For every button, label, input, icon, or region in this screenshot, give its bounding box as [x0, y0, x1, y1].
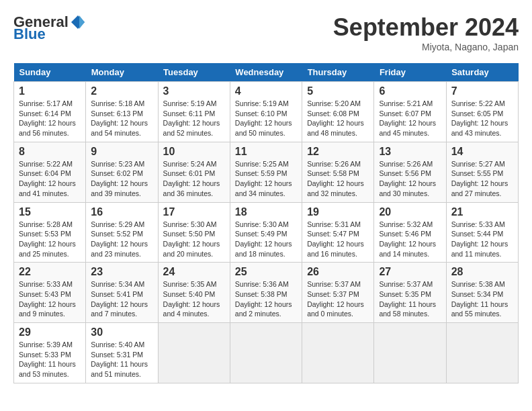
day-number: 9 — [91, 146, 152, 158]
day-info: Sunrise: 5:19 AM Sunset: 6:11 PM Dayligh… — [163, 99, 225, 138]
logo-blue-text: Blue — [13, 26, 46, 43]
calendar-cell: 5Sunrise: 5:20 AM Sunset: 6:08 PM Daylig… — [302, 82, 374, 142]
day-info: Sunrise: 5:21 AM Sunset: 6:07 PM Dayligh… — [379, 99, 441, 138]
day-number: 11 — [235, 146, 297, 158]
calendar-cell: 10Sunrise: 5:24 AM Sunset: 6:01 PM Dayli… — [158, 142, 230, 202]
column-header-wednesday: Wednesday — [230, 63, 302, 82]
day-number: 29 — [19, 326, 81, 338]
calendar-cell: 27Sunrise: 5:37 AM Sunset: 5:35 PM Dayli… — [374, 263, 446, 323]
day-info: Sunrise: 5:26 AM Sunset: 5:58 PM Dayligh… — [307, 159, 369, 199]
day-number: 13 — [379, 146, 441, 158]
day-info: Sunrise: 5:36 AM Sunset: 5:38 PM Dayligh… — [235, 279, 297, 319]
logo: General Blue — [13, 13, 86, 43]
calendar-cell: 9Sunrise: 5:23 AM Sunset: 6:02 PM Daylig… — [86, 142, 158, 202]
calendar-cell: 26Sunrise: 5:37 AM Sunset: 5:37 PM Dayli… — [302, 263, 374, 323]
calendar-cell: 14Sunrise: 5:27 AM Sunset: 5:55 PM Dayli… — [446, 142, 518, 202]
day-info: Sunrise: 5:30 AM Sunset: 5:49 PM Dayligh… — [235, 220, 297, 259]
calendar-cell — [302, 323, 374, 383]
column-header-monday: Monday — [86, 63, 158, 82]
day-number: 5 — [307, 85, 369, 97]
calendar-cell — [374, 323, 446, 383]
day-number: 3 — [163, 85, 225, 97]
day-number: 12 — [307, 146, 369, 158]
day-number: 19 — [307, 206, 369, 218]
day-info: Sunrise: 5:28 AM Sunset: 5:53 PM Dayligh… — [19, 220, 81, 259]
calendar-cell: 4Sunrise: 5:19 AM Sunset: 6:10 PM Daylig… — [230, 82, 302, 142]
column-header-tuesday: Tuesday — [158, 63, 230, 82]
day-info: Sunrise: 5:29 AM Sunset: 5:52 PM Dayligh… — [91, 220, 152, 259]
day-number: 24 — [163, 266, 225, 278]
day-info: Sunrise: 5:20 AM Sunset: 6:08 PM Dayligh… — [307, 99, 369, 138]
day-info: Sunrise: 5:30 AM Sunset: 5:50 PM Dayligh… — [163, 220, 225, 259]
day-info: Sunrise: 5:22 AM Sunset: 6:04 PM Dayligh… — [19, 159, 81, 199]
day-info: Sunrise: 5:31 AM Sunset: 5:47 PM Dayligh… — [307, 220, 369, 259]
day-info: Sunrise: 5:38 AM Sunset: 5:34 PM Dayligh… — [451, 279, 513, 319]
day-number: 25 — [235, 266, 297, 278]
calendar-cell: 12Sunrise: 5:26 AM Sunset: 5:58 PM Dayli… — [302, 142, 374, 202]
calendar-week-row: 8Sunrise: 5:22 AM Sunset: 6:04 PM Daylig… — [14, 142, 519, 202]
calendar-cell: 17Sunrise: 5:30 AM Sunset: 5:50 PM Dayli… — [158, 202, 230, 263]
calendar-cell — [158, 323, 230, 383]
calendar-cell: 3Sunrise: 5:19 AM Sunset: 6:11 PM Daylig… — [158, 82, 230, 142]
calendar-cell: 28Sunrise: 5:38 AM Sunset: 5:34 PM Dayli… — [446, 263, 518, 323]
day-info: Sunrise: 5:19 AM Sunset: 6:10 PM Dayligh… — [235, 99, 297, 138]
column-header-sunday: Sunday — [14, 63, 86, 82]
day-info: Sunrise: 5:33 AM Sunset: 5:44 PM Dayligh… — [451, 220, 513, 259]
day-info: Sunrise: 5:23 AM Sunset: 6:02 PM Dayligh… — [91, 159, 152, 199]
calendar-week-row: 29Sunrise: 5:39 AM Sunset: 5:33 PM Dayli… — [14, 323, 519, 383]
day-number: 17 — [163, 206, 225, 218]
day-info: Sunrise: 5:25 AM Sunset: 5:59 PM Dayligh… — [235, 159, 297, 199]
calendar-cell: 30Sunrise: 5:40 AM Sunset: 5:31 PM Dayli… — [86, 323, 158, 383]
calendar-cell: 13Sunrise: 5:26 AM Sunset: 5:56 PM Dayli… — [374, 142, 446, 202]
calendar-cell: 29Sunrise: 5:39 AM Sunset: 5:33 PM Dayli… — [14, 323, 86, 383]
day-info: Sunrise: 5:18 AM Sunset: 6:13 PM Dayligh… — [91, 99, 152, 138]
title-block: September 2024 Miyota, Nagano, Japan — [333, 13, 519, 52]
day-number: 22 — [19, 266, 81, 278]
calendar-cell: 18Sunrise: 5:30 AM Sunset: 5:49 PM Dayli… — [230, 202, 302, 263]
day-info: Sunrise: 5:34 AM Sunset: 5:41 PM Dayligh… — [91, 279, 152, 319]
calendar-cell: 8Sunrise: 5:22 AM Sunset: 6:04 PM Daylig… — [14, 142, 86, 202]
day-number: 16 — [91, 206, 152, 218]
calendar-cell — [446, 323, 518, 383]
day-number: 4 — [235, 85, 297, 97]
calendar-cell: 15Sunrise: 5:28 AM Sunset: 5:53 PM Dayli… — [14, 202, 86, 263]
calendar-cell: 24Sunrise: 5:35 AM Sunset: 5:40 PM Dayli… — [158, 263, 230, 323]
calendar-cell: 16Sunrise: 5:29 AM Sunset: 5:52 PM Dayli… — [86, 202, 158, 263]
calendar-cell: 7Sunrise: 5:22 AM Sunset: 6:05 PM Daylig… — [446, 82, 518, 142]
day-number: 8 — [19, 146, 81, 158]
day-number: 18 — [235, 206, 297, 218]
day-number: 7 — [451, 85, 513, 97]
day-info: Sunrise: 5:24 AM Sunset: 6:01 PM Dayligh… — [163, 159, 225, 199]
day-info: Sunrise: 5:37 AM Sunset: 5:35 PM Dayligh… — [379, 279, 441, 319]
calendar-cell: 25Sunrise: 5:36 AM Sunset: 5:38 PM Dayli… — [230, 263, 302, 323]
day-info: Sunrise: 5:37 AM Sunset: 5:37 PM Dayligh… — [307, 279, 369, 319]
day-number: 26 — [307, 266, 369, 278]
calendar-cell: 22Sunrise: 5:33 AM Sunset: 5:43 PM Dayli… — [14, 263, 86, 323]
calendar-header-row: SundayMondayTuesdayWednesdayThursdayFrid… — [14, 63, 519, 82]
month-title: September 2024 — [333, 13, 519, 42]
day-number: 10 — [163, 146, 225, 158]
day-info: Sunrise: 5:40 AM Sunset: 5:31 PM Dayligh… — [91, 340, 152, 379]
day-info: Sunrise: 5:17 AM Sunset: 6:14 PM Dayligh… — [19, 99, 81, 138]
logo-icon — [70, 14, 86, 30]
day-info: Sunrise: 5:26 AM Sunset: 5:56 PM Dayligh… — [379, 159, 441, 199]
day-number: 23 — [91, 266, 152, 278]
calendar-cell: 23Sunrise: 5:34 AM Sunset: 5:41 PM Dayli… — [86, 263, 158, 323]
calendar-cell: 2Sunrise: 5:18 AM Sunset: 6:13 PM Daylig… — [86, 82, 158, 142]
day-number: 6 — [379, 85, 441, 97]
page-header: General Blue September 2024 Miyota, Naga… — [13, 13, 519, 52]
calendar-table: SundayMondayTuesdayWednesdayThursdayFrid… — [13, 63, 519, 383]
column-header-friday: Friday — [374, 63, 446, 82]
day-info: Sunrise: 5:22 AM Sunset: 6:05 PM Dayligh… — [451, 99, 513, 138]
day-info: Sunrise: 5:27 AM Sunset: 5:55 PM Dayligh… — [451, 159, 513, 199]
day-number: 28 — [451, 266, 513, 278]
calendar-cell: 19Sunrise: 5:31 AM Sunset: 5:47 PM Dayli… — [302, 202, 374, 263]
calendar-cell: 11Sunrise: 5:25 AM Sunset: 5:59 PM Dayli… — [230, 142, 302, 202]
calendar-cell: 20Sunrise: 5:32 AM Sunset: 5:46 PM Dayli… — [374, 202, 446, 263]
column-header-thursday: Thursday — [302, 63, 374, 82]
day-info: Sunrise: 5:32 AM Sunset: 5:46 PM Dayligh… — [379, 220, 441, 259]
column-header-saturday: Saturday — [446, 63, 518, 82]
day-number: 1 — [19, 85, 81, 97]
calendar-cell: 1Sunrise: 5:17 AM Sunset: 6:14 PM Daylig… — [14, 82, 86, 142]
day-info: Sunrise: 5:39 AM Sunset: 5:33 PM Dayligh… — [19, 340, 81, 379]
